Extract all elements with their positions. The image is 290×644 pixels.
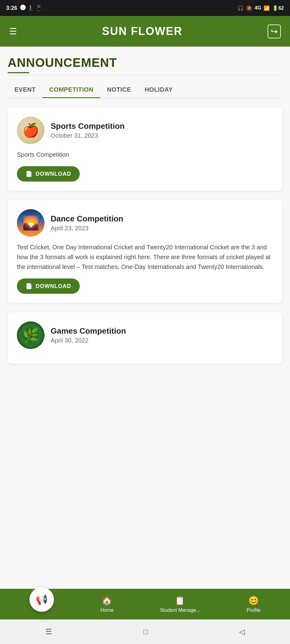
status-right: 🎧 🔕 4G 📶 🔋62 — [238, 5, 284, 11]
battery-icon: 🔋62 — [272, 5, 284, 11]
dance-download-label: DOWNLOAD — [36, 283, 71, 289]
dance-competition-card: 🌄 Dance Competition April 23, 2023 Test … — [8, 200, 282, 303]
avatar-dance: 🌄 — [17, 209, 44, 237]
bottom-nav: 📢 🏠 Home 📋 Student Manage... 😊 Profile — [0, 589, 290, 619]
sports-card-date: October 31, 2023 — [51, 132, 273, 139]
games-avatar-icon: 🌿 — [22, 327, 39, 343]
card-header-dance: 🌄 Dance Competition April 23, 2023 — [17, 209, 273, 237]
card-header-games: 🌿 Games Competition April 30, 2022 — [17, 321, 273, 349]
student-manage-label: Student Manage... — [160, 608, 200, 613]
home-icon: 🏠 — [102, 596, 112, 606]
signal-text: 4G — [255, 5, 261, 11]
download-file-icon-dance: 📄 — [25, 283, 33, 289]
android-nav-bar: ☰ □ ◁ — [0, 619, 290, 644]
dance-card-date: April 23, 2023 — [51, 225, 273, 232]
games-card-title: Games Competition — [51, 326, 273, 336]
dance-download-button[interactable]: 📄 DOWNLOAD — [17, 278, 80, 294]
tab-competition[interactable]: COMPETITION — [42, 82, 100, 98]
wifi-icon: 📶 — [264, 5, 270, 11]
fab-button[interactable]: 📢 — [29, 587, 54, 612]
games-card-date: April 30, 2022 — [51, 337, 273, 344]
card-info-games: Games Competition April 30, 2022 — [51, 326, 273, 344]
dance-card-description: Test Cricket, One Day International Cric… — [17, 242, 273, 272]
status-app-icons: 🅢 🚶 📱 — [20, 5, 42, 11]
sports-card-title: Sports Competition — [51, 121, 273, 131]
main-content: ANNOUNCEMENT EVENT COMPETITION NOTICE HO… — [0, 47, 290, 617]
tab-bar: EVENT COMPETITION NOTICE HOLIDAY — [8, 82, 282, 98]
profile-icon: 😊 — [248, 596, 259, 606]
status-left: 3:26 🅢 🚶 📱 — [6, 5, 42, 11]
menu-button[interactable]: ☰ — [9, 26, 17, 36]
silent-icon: 🔕 — [246, 5, 252, 11]
tab-holiday[interactable]: HOLIDAY — [138, 82, 180, 98]
status-time: 3:26 — [6, 5, 17, 11]
avatar-sports: 🍎 — [17, 117, 44, 144]
dance-avatar-icon: 🌄 — [22, 215, 39, 231]
sports-download-button[interactable]: 📄 DOWNLOAD — [17, 166, 80, 182]
download-file-icon: 📄 — [25, 171, 33, 177]
page-title: ANNOUNCEMENT — [8, 56, 282, 70]
android-menu-button[interactable]: ☰ — [45, 627, 52, 636]
logout-button[interactable]: ↪ — [268, 25, 281, 38]
android-back-button[interactable]: ◁ — [239, 627, 245, 636]
sports-download-label: DOWNLOAD — [36, 171, 71, 177]
sports-avatar-icon: 🍎 — [22, 122, 39, 138]
student-manage-icon: 📋 — [175, 596, 185, 606]
title-underline — [8, 72, 29, 73]
profile-label: Profile — [247, 608, 261, 613]
tab-event[interactable]: EVENT — [8, 82, 42, 98]
android-home-button[interactable]: □ — [143, 627, 148, 636]
status-bar: 3:26 🅢 🚶 📱 🎧 🔕 4G 📶 🔋62 — [0, 0, 290, 16]
nav-profile[interactable]: 😊 Profile — [247, 596, 261, 613]
headphone-icon: 🎧 — [238, 5, 244, 11]
games-competition-card: 🌿 Games Competition April 30, 2022 — [8, 312, 282, 364]
app-header: ☰ SUN FLOWER ↪ — [0, 16, 290, 47]
app-title: SUN FLOWER — [17, 25, 268, 38]
title-divider — [8, 75, 282, 75]
sports-competition-card: 🍎 Sports Competition October 31, 2023 Sp… — [8, 107, 282, 191]
fab-icon: 📢 — [36, 594, 48, 605]
card-info-sports: Sports Competition October 31, 2023 — [51, 121, 273, 139]
card-header-sports: 🍎 Sports Competition October 31, 2023 — [17, 117, 273, 144]
nav-home[interactable]: 🏠 Home — [100, 596, 114, 613]
home-label: Home — [100, 608, 114, 613]
card-info-dance: Dance Competition April 23, 2023 — [51, 214, 273, 232]
nav-student-manage[interactable]: 📋 Student Manage... — [160, 596, 200, 613]
dance-card-title: Dance Competition — [51, 214, 273, 224]
logout-arrow-icon: ↪ — [271, 27, 278, 36]
tab-notice[interactable]: NOTICE — [100, 82, 138, 98]
sports-card-description: Sports Competition — [17, 150, 273, 159]
avatar-games: 🌿 — [17, 321, 44, 349]
